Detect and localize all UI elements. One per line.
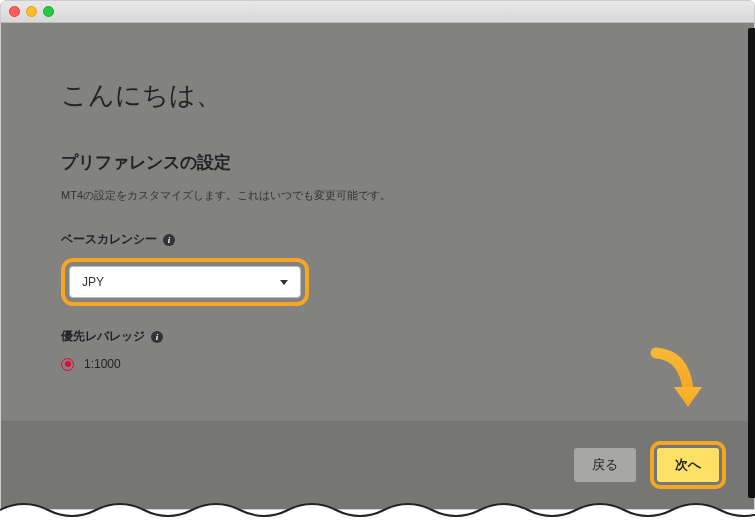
section-description: MT4の設定をカスタマイズします。これはいつでも変更可能です。	[61, 188, 694, 203]
leverage-value: 1:1000	[84, 357, 121, 371]
next-button[interactable]: 次へ	[657, 448, 719, 482]
close-icon[interactable]	[9, 6, 20, 17]
info-icon[interactable]: i	[151, 331, 163, 343]
app-window: こんにちは、 プリファレンスの設定 MT4の設定をカスタマイズします。これはいつ…	[0, 0, 755, 510]
chevron-down-icon	[280, 280, 288, 285]
wavy-edge-decoration	[0, 498, 755, 526]
info-icon[interactable]: i	[163, 234, 175, 246]
section-title: プリファレンスの設定	[61, 151, 694, 174]
minimize-icon[interactable]	[26, 6, 37, 17]
titlebar	[1, 1, 754, 23]
back-button[interactable]: 戻る	[574, 448, 636, 482]
base-currency-label-text: ベースカレンシー	[61, 231, 157, 248]
base-currency-highlight: JPY	[61, 258, 309, 306]
next-button-highlight: 次へ	[650, 441, 726, 489]
radio-selected-icon	[65, 361, 71, 367]
modal-overlay: こんにちは、 プリファレンスの設定 MT4の設定をカスタマイズします。これはいつ…	[1, 23, 754, 509]
maximize-icon[interactable]	[43, 6, 54, 17]
radio-icon	[61, 358, 74, 371]
leverage-label: 優先レバレッジ i	[61, 328, 694, 345]
greeting-text: こんにちは、	[61, 78, 694, 113]
base-currency-select[interactable]: JPY	[69, 266, 301, 298]
base-currency-label: ベースカレンシー i	[61, 231, 694, 248]
leverage-option[interactable]: 1:1000	[61, 357, 694, 371]
footer-bar: 戻る 次へ	[1, 421, 754, 509]
leverage-label-text: 優先レバレッジ	[61, 328, 145, 345]
base-currency-value: JPY	[82, 275, 104, 289]
shadow-decoration	[748, 28, 755, 498]
